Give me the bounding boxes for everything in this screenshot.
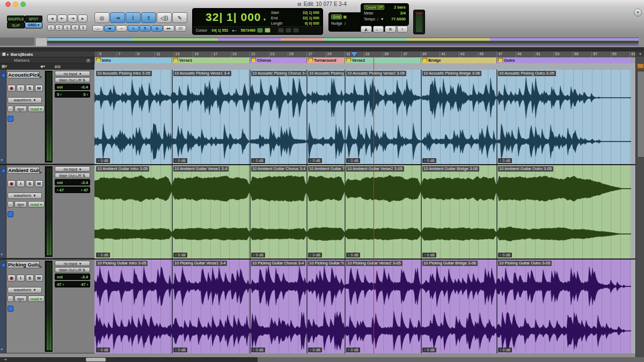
marker-flag-icon[interactable] xyxy=(346,58,351,63)
audio-clip[interactable] xyxy=(94,70,172,164)
edit-mode-shuffle[interactable]: SHUFFLE xyxy=(7,16,25,22)
session-count-off-value[interactable]: 2 bars xyxy=(394,5,406,10)
clip-gain-badge[interactable]: ↑ 0 dB xyxy=(96,158,110,163)
automation-toggle-icon[interactable]: ◦ xyxy=(8,201,13,208)
clip-gain-badge[interactable]: ↑ 0 dB xyxy=(308,253,322,257)
track-list-icon[interactable]: ▦▾ xyxy=(2,64,7,69)
zoomer-tool[interactable]: ◎ xyxy=(94,12,109,23)
marker-section-outro[interactable]: Outro xyxy=(496,57,632,63)
selector-tool[interactable]: Ι xyxy=(126,12,141,23)
track-name[interactable]: Picking Guitar xyxy=(7,261,40,268)
audio-clip[interactable] xyxy=(496,165,631,258)
play-button[interactable]: ▸ xyxy=(78,14,87,23)
track-output-selector[interactable]: Main Out L/R ⇅ xyxy=(55,267,90,272)
track-input-monitor-button[interactable]: I xyxy=(17,85,25,92)
audio-clip[interactable] xyxy=(421,70,496,164)
audio-clip[interactable] xyxy=(421,165,496,258)
transport-mini-icon-3[interactable] xyxy=(293,28,299,33)
track-freeze-icon[interactable] xyxy=(8,116,13,122)
clip-gain-badge[interactable]: ↑ 0 dB xyxy=(173,253,187,257)
track-expand-icon[interactable]: ▸ xyxy=(1,252,3,256)
track-open-icon[interactable] xyxy=(1,168,6,173)
automation-mode-button[interactable]: read ▾ xyxy=(28,295,45,302)
track-name-dropdown-icon[interactable]: ▾ xyxy=(40,171,42,174)
output-meter-fader[interactable] xyxy=(413,10,425,34)
universe-thumb[interactable] xyxy=(35,38,47,47)
session-meter-value[interactable]: 3/4 xyxy=(400,11,406,16)
clip-gain-badge[interactable]: ↑ 0 dB xyxy=(498,158,512,163)
track-volume-display[interactable]: vol -0.4 xyxy=(55,84,90,90)
session-tempo-label[interactable]: Tempo xyxy=(364,17,375,21)
clip-gain-badge[interactable]: ↑ 0 dB xyxy=(173,348,187,352)
audio-clip[interactable] xyxy=(172,260,250,353)
track-pan-display[interactable]: 5 › 5 › xyxy=(55,91,90,98)
record-arm-button[interactable]: ◉ xyxy=(8,180,16,187)
automation-toggle-icon[interactable]: ◦ xyxy=(8,106,13,112)
scroll-up-icon[interactable]: ▼ xyxy=(636,51,644,57)
audio-clip[interactable] xyxy=(421,260,496,353)
grid-label[interactable]: Grid xyxy=(331,14,342,19)
clip-gain-badge[interactable]: ↑ 0 dB xyxy=(422,348,436,352)
audio-clip[interactable] xyxy=(250,165,306,258)
track-mute-button[interactable]: M xyxy=(35,275,43,282)
selection-start-value[interactable]: 32| 1| 000 xyxy=(303,10,319,16)
track-open-icon[interactable] xyxy=(1,73,6,78)
clip-gain-badge[interactable]: ↑ 0 dB xyxy=(251,253,265,257)
clip-gain-badge[interactable]: ↑ 0 dB xyxy=(96,348,110,352)
marker-flag-icon[interactable] xyxy=(422,58,427,63)
track-dyn-button[interactable]: dyn xyxy=(14,106,27,112)
audio-clip[interactable] xyxy=(94,165,172,258)
clip-gain-badge[interactable]: ↑ 0 dB xyxy=(251,158,265,163)
audio-clip[interactable] xyxy=(94,260,172,353)
back-button[interactable]: ⇤ xyxy=(57,14,67,23)
toolbar-options-button[interactable]: ▾ xyxy=(634,9,642,17)
marker-flag-icon[interactable] xyxy=(498,58,503,63)
zoom-window-button[interactable] xyxy=(20,2,26,7)
clip-list-button[interactable]: ▯▯ xyxy=(175,25,186,32)
audio-clip[interactable] xyxy=(172,165,250,258)
layered-edit-button[interactable]: ▸▸ xyxy=(163,25,174,32)
bars-ruler-panel[interactable]: ▦ ▾ Bars|Beats xyxy=(0,51,94,57)
main-counter-value[interactable]: 32| 1| 000 xyxy=(206,11,261,23)
metronome-button[interactable]: ◭ xyxy=(361,26,372,33)
track-name-dropdown-icon[interactable]: ▾ xyxy=(40,75,42,79)
counter-units-dropdown-icon[interactable]: ▾ xyxy=(264,17,266,22)
vertical-scroll-thumb[interactable] xyxy=(637,71,644,158)
track-volume-display[interactable]: vol -3.4 xyxy=(55,274,90,280)
automation-mode-button[interactable]: read ▾ xyxy=(28,106,45,112)
audio-clip[interactable] xyxy=(306,165,345,258)
clip-gain-badge[interactable]: ↑ 0 dB xyxy=(308,348,322,352)
zoom-preset-3[interactable]: 3 xyxy=(63,25,71,31)
clip-gain-badge[interactable]: ↑ 0 dB xyxy=(498,253,512,257)
audio-clip[interactable] xyxy=(496,260,631,353)
forward-button[interactable]: ⇥ xyxy=(68,14,77,23)
ruler-dropdown-icon[interactable]: ▾ xyxy=(7,53,9,56)
track-input-selector[interactable]: no input ▾ xyxy=(55,71,90,76)
grid-follows-button[interactable]: ≣ xyxy=(151,25,163,32)
pencil-tool[interactable]: ✎ xyxy=(172,12,187,23)
zoom-preset-5[interactable]: 5 xyxy=(79,25,87,31)
marker-mini-icon[interactable] xyxy=(637,63,644,69)
session-count-off-label[interactable]: Count Off xyxy=(364,5,384,10)
track-input-monitor-button[interactable]: I xyxy=(17,275,25,282)
midi-merge-button[interactable]: ≋ xyxy=(385,26,396,33)
clip-gain-badge[interactable]: ↑ 0 dB xyxy=(173,158,187,163)
track-output-selector[interactable]: Main Out L/R ⇅ xyxy=(55,77,90,83)
clip-gain-badge[interactable]: ↑ 0 dB xyxy=(422,158,436,163)
marker-section-chorus[interactable]: Chorus xyxy=(250,57,307,63)
marker-flag-icon[interactable] xyxy=(251,58,256,63)
universe-view[interactable] xyxy=(0,35,644,47)
scrubber-tool[interactable]: ◁)) xyxy=(157,12,172,23)
zoom-toggle-button[interactable]: ↔ xyxy=(92,25,104,32)
marker-section-bridge[interactable]: Bridge xyxy=(421,57,497,63)
clip-gain-badge[interactable]: ↑ 0 dB xyxy=(308,158,322,163)
track-dyn-button[interactable]: dyn xyxy=(14,201,27,208)
edit-mode-grid[interactable]: GRID ▾ xyxy=(25,22,42,28)
zoom-preset-4[interactable]: 4 xyxy=(71,25,79,31)
track-open-icon[interactable] xyxy=(1,263,6,268)
edit-mode-slip[interactable]: SLIP xyxy=(7,22,25,28)
automation-toggle-icon[interactable]: ◦ xyxy=(8,295,13,302)
track-freeze-icon[interactable] xyxy=(8,306,13,312)
pre-roll-icon[interactable] xyxy=(257,28,263,33)
add-marker-button[interactable]: + xyxy=(85,58,91,63)
